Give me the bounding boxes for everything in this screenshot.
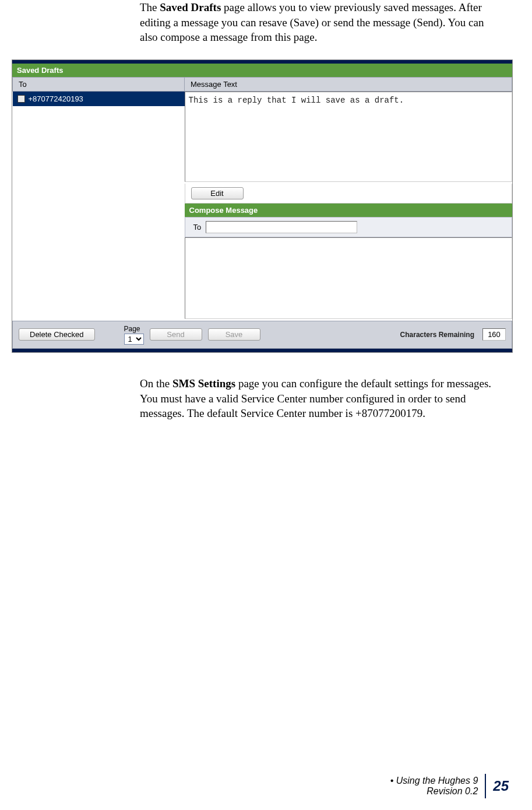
checkbox-icon[interactable] bbox=[17, 95, 25, 103]
text-bold: Saved Drafts bbox=[160, 1, 221, 13]
text-fragment: On the bbox=[140, 377, 172, 390]
footer-divider bbox=[485, 774, 486, 798]
table-header-row: To Message Text bbox=[13, 77, 512, 91]
paragraph-saved-drafts: The Saved Drafts page allows you to view… bbox=[140, 0, 497, 45]
header-to: To bbox=[13, 77, 185, 91]
compose-title-bar: Compose Message bbox=[185, 204, 512, 217]
draft-message-text[interactable] bbox=[185, 92, 512, 182]
compose-to-input[interactable] bbox=[206, 221, 357, 233]
page-label: Page bbox=[124, 325, 140, 333]
draft-phone-number: +870772420193 bbox=[29, 94, 83, 103]
bottom-accent-bar bbox=[12, 349, 512, 352]
compose-message-textarea[interactable] bbox=[185, 237, 512, 319]
edit-button[interactable]: Edit bbox=[191, 187, 244, 199]
saved-drafts-ui: Saved Drafts To Message Text +8707724201… bbox=[12, 59, 513, 353]
delete-checked-button[interactable]: Delete Checked bbox=[19, 328, 95, 341]
draft-list-item-selected[interactable]: +870772420193 bbox=[13, 92, 185, 106]
saved-drafts-title-bar: Saved Drafts bbox=[12, 64, 512, 77]
page-footer: • Using the Hughes 9 Revision 0.2 25 bbox=[390, 774, 509, 798]
footer-page-number: 25 bbox=[493, 778, 509, 794]
footer-line2: Revision 0.2 bbox=[390, 786, 478, 797]
send-button[interactable]: Send bbox=[150, 328, 202, 341]
chars-remaining-value bbox=[482, 328, 506, 341]
chars-remaining-label: Characters Remaining bbox=[400, 331, 474, 339]
text-fragment: The bbox=[140, 1, 160, 13]
page-select[interactable]: 1 bbox=[124, 334, 144, 345]
paragraph-sms-settings: On the SMS Settings page you can configu… bbox=[140, 376, 497, 421]
bottom-toolbar: Delete Checked Page 1 Send Save Characte… bbox=[12, 321, 512, 349]
compose-to-label: To bbox=[193, 223, 202, 232]
header-message-text: Message Text bbox=[185, 77, 512, 91]
save-button[interactable]: Save bbox=[208, 328, 260, 341]
footer-line1: Using the Hughes 9 bbox=[393, 776, 478, 786]
text-bold: SMS Settings bbox=[172, 377, 235, 390]
